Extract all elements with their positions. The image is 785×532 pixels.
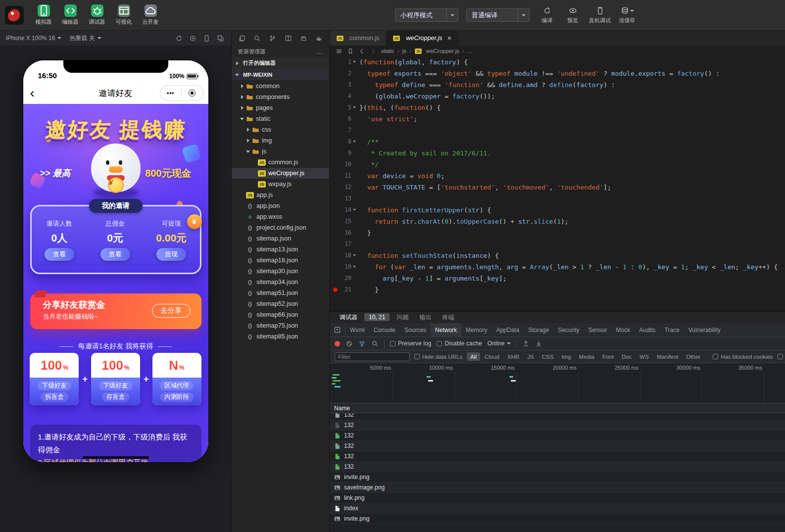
panel-tab[interactable]: 输出 [414, 312, 436, 323]
saveall-icon[interactable] [300, 34, 308, 42]
windows-icon[interactable] [216, 34, 224, 42]
filter-input[interactable] [335, 352, 410, 361]
devtools-tab-audits[interactable]: Audits [635, 323, 660, 337]
type-filter-all[interactable]: All [467, 352, 480, 361]
tree-item-app.wxss[interactable]: ≡app.wxss [232, 211, 329, 222]
search-icon[interactable] [253, 34, 261, 42]
gutter[interactable]: 6 [330, 113, 359, 125]
type-filter-xhr[interactable]: XHR [504, 352, 523, 361]
type-filter-ws[interactable]: WS [636, 352, 652, 361]
fold-icon[interactable] [351, 91, 358, 102]
gutter[interactable]: 5 [330, 102, 359, 113]
inspect-element-button[interactable] [330, 323, 345, 337]
devtools-tab-sensor[interactable]: Sensor [584, 323, 612, 337]
fold-icon[interactable] [351, 125, 358, 136]
back-button[interactable]: ‹ [23, 84, 42, 102]
fold-icon[interactable] [351, 204, 358, 216]
fold-icon[interactable] [351, 56, 358, 68]
gutter[interactable]: 17 [330, 239, 359, 250]
devtools-tab-vulnerability[interactable]: Vulnerability [684, 323, 725, 337]
fold-icon[interactable] [351, 193, 358, 204]
gutter[interactable]: 15 [330, 216, 359, 227]
network-table-header[interactable]: Name [330, 403, 785, 413]
action-realdevice-button[interactable]: 真机调试 [589, 6, 611, 24]
panel-tab[interactable]: 问题 [392, 312, 413, 323]
tree-item-sitemap.json[interactable]: {}sitemap.json [232, 233, 329, 244]
stat-action-button[interactable]: 提现 [156, 248, 186, 261]
tree-item-css[interactable]: css [232, 124, 329, 135]
action-clearcache-button[interactable]: 清缓存 [618, 6, 637, 24]
device-icon[interactable] [202, 34, 210, 42]
gutter[interactable]: 12 [330, 182, 359, 193]
mode-select[interactable]: 小程序模式 [395, 8, 458, 22]
tree-item-img[interactable]: img [232, 135, 329, 146]
breadcrumb-item[interactable]: js [402, 48, 406, 54]
tree-item-sitemap13.json[interactable]: {}sitemap13.json [232, 244, 329, 255]
import-har-icon[interactable] [522, 340, 530, 347]
device-select[interactable]: iPhone X 100% 16 [6, 35, 61, 42]
devtools-tab-mock[interactable]: Mock [612, 323, 635, 337]
type-filter-manifest[interactable]: Manifest [653, 352, 682, 361]
devtools-tab-sources[interactable]: Sources [400, 323, 431, 337]
blocked-cookies-checkbox[interactable]: Has blocked cookies [713, 354, 773, 360]
fold-icon[interactable] [351, 147, 358, 159]
network-request-row[interactable]: 132 [330, 431, 785, 441]
forward-arrow-icon[interactable] [370, 48, 377, 54]
bookmark-icon[interactable] [347, 48, 354, 54]
tree-item-components[interactable]: components [232, 92, 329, 102]
tree-item-sitemap52.json[interactable]: {}sitemap52.json [232, 298, 329, 309]
more-actions-icon[interactable]: … [316, 48, 323, 55]
tree-item-project.config.json[interactable]: {}project.config.json [232, 222, 329, 233]
fold-icon[interactable] [351, 250, 358, 261]
tree-item-sitemap75.json[interactable]: {}sitemap75.json [232, 320, 329, 331]
clear-network-button[interactable] [345, 340, 353, 347]
tree-item-sitemap85.json[interactable]: {}sitemap85.json [232, 331, 329, 342]
record-icon[interactable] [189, 34, 196, 42]
preserve-log-checkbox[interactable]: Preserve log [390, 340, 431, 347]
tree-item-app.js[interactable]: JSapp.js [232, 190, 329, 200]
gutter[interactable]: 14 [330, 204, 359, 216]
toolbar-editor-button[interactable]: 编辑器 [58, 4, 82, 26]
tree-item-common.js[interactable]: JScommon.js [232, 157, 329, 168]
gutter[interactable]: 20 [330, 273, 359, 284]
devtools-tab-console[interactable]: Console [369, 323, 400, 337]
fold-icon[interactable] [351, 136, 358, 147]
network-request-row[interactable]: invite.png [330, 472, 785, 483]
more-button[interactable]: ••• [160, 90, 182, 97]
record-network-button[interactable] [335, 341, 340, 346]
docker-icon[interactable] [315, 34, 323, 42]
float-badge[interactable]: ¥ [187, 214, 202, 229]
devtools-tab-memory[interactable]: Memory [461, 323, 491, 337]
disable-cache-checkbox[interactable]: Disable cache [437, 340, 482, 347]
action-compile-button[interactable]: 编译 [538, 6, 556, 24]
devtools-tab-appdata[interactable]: AppData [491, 323, 524, 337]
network-request-row[interactable]: index [330, 503, 785, 514]
fold-icon[interactable] [351, 68, 358, 79]
gutter[interactable]: 19 [330, 261, 359, 273]
network-request-row[interactable]: 132 [330, 413, 785, 420]
editor-tab-weCropper.js[interactable]: JS weCropper.js × [386, 31, 458, 46]
export-har-icon[interactable] [535, 340, 542, 347]
fold-icon[interactable] [351, 261, 358, 273]
tree-item-static[interactable]: static [232, 113, 329, 124]
fold-icon[interactable] [351, 227, 358, 239]
fold-icon[interactable] [351, 102, 358, 113]
toolbar-debugger-button[interactable]: 调试器 [85, 4, 109, 26]
close-tab-icon[interactable]: × [447, 35, 451, 42]
devtools-tab-wxml[interactable]: Wxml [345, 323, 369, 337]
files-icon[interactable] [238, 34, 245, 42]
action-preview-button[interactable]: 预览 [563, 6, 582, 24]
type-filter-img[interactable]: Img [558, 352, 574, 361]
breadcrumb-item[interactable]: JSweCropper.js [414, 48, 459, 54]
share-button[interactable]: 去分享 [152, 304, 191, 318]
gutter[interactable]: 3 [330, 79, 359, 91]
exit-miniprogram-button[interactable] [182, 90, 203, 97]
type-filter-css[interactable]: CSS [539, 352, 557, 361]
toolbar-cloud-button[interactable]: 云开发 [139, 4, 162, 26]
filter-icon[interactable] [358, 340, 366, 347]
network-request-row[interactable]: invite.png [330, 514, 785, 524]
breadcrumb-item[interactable]: static [381, 48, 394, 54]
network-timeline[interactable]: 5000 ms 10000 ms 15000 ms 20000 ms 25000… [330, 363, 785, 403]
tree-item-js[interactable]: js [232, 146, 329, 157]
editor-tab-common.js[interactable]: JS common.js [330, 31, 386, 46]
